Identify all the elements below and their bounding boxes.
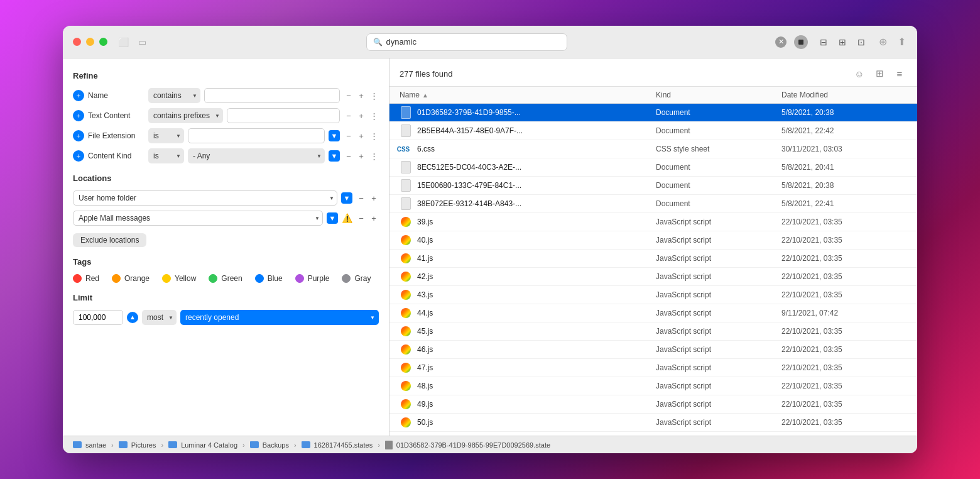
location-2-add-btn[interactable]: + [369, 213, 379, 223]
limit-most-select[interactable]: most least [142, 310, 177, 325]
breadcrumb-item[interactable]: santae [73, 441, 106, 449]
file-row[interactable]: 8EC512E5-DC04-40C3-A2E-... Document 5/8/… [389, 158, 917, 177]
stop-icon [798, 40, 803, 45]
limit-number-input[interactable] [73, 310, 123, 325]
text-content-operator-select[interactable]: contains prefixes contains [148, 108, 223, 123]
content-kind-remove-btn[interactable]: − [344, 151, 354, 161]
file-row[interactable]: 2B5EB44A-3157-48E0-9A7F-... Document 5/8… [389, 122, 917, 140]
minimize-button[interactable] [86, 38, 94, 46]
breadcrumb-item[interactable]: Pictures [119, 441, 156, 449]
text-content-remove-btn[interactable]: − [344, 111, 354, 121]
tag-gray[interactable]: Gray [342, 274, 371, 283]
tag-orange[interactable]: Orange [112, 274, 150, 283]
location-2-dropdown-btn[interactable]: ▼ [327, 212, 338, 224]
filter-icon-btn[interactable]: ☺ [852, 66, 867, 81]
content-kind-value-select[interactable]: - Any Document Image Video [188, 148, 325, 163]
location-1-dropdown-btn[interactable]: ▼ [341, 192, 352, 204]
text-content-value-input[interactable] [227, 108, 340, 123]
file-row[interactable]: 43.js JavaScript script 22/10/2021, 03:3… [389, 286, 917, 304]
name-operator-select[interactable]: contains starts with ends with is [148, 88, 200, 103]
share-button[interactable]: ⬆ [896, 36, 907, 48]
exclude-locations-button[interactable]: Exclude locations [73, 233, 146, 247]
tag-green[interactable]: Green [209, 274, 242, 283]
clear-search-button[interactable]: ✕ [775, 36, 787, 48]
stop-button[interactable] [794, 35, 808, 49]
close-button[interactable] [73, 38, 81, 46]
sidebar-toggle-icon[interactable]: ⬜ [117, 36, 129, 48]
name-value-input[interactable] [204, 88, 340, 103]
file-row[interactable]: 50.js JavaScript script 22/10/2021, 03:3… [389, 414, 917, 432]
zoom-button[interactable]: ⊕ [877, 36, 888, 48]
tag-yellow[interactable]: Yellow [162, 274, 196, 283]
file-extension-dropdown-btn[interactable]: ▼ [329, 130, 340, 141]
file-row[interactable]: 40.js JavaScript script 22/10/2021, 03:3… [389, 231, 917, 250]
file-extension-info-btn[interactable]: + [73, 130, 84, 141]
file-kind: Document [656, 181, 781, 190]
file-row[interactable]: 15E00680-133C-479E-84C1-... Document 5/8… [389, 177, 917, 195]
file-date: 22/10/2021, 03:35 [781, 217, 907, 226]
content-kind-dropdown-btn[interactable]: ▼ [329, 150, 340, 162]
content-kind-add-btn[interactable]: + [356, 151, 366, 161]
file-extension-more-btn[interactable]: ⋮ [369, 131, 379, 141]
tag-gray-label: Gray [354, 274, 371, 283]
file-row[interactable]: 41.js JavaScript script 22/10/2021, 03:3… [389, 250, 917, 268]
tag-blue[interactable]: Blue [255, 274, 283, 283]
col-date-header[interactable]: Date Modified [781, 91, 907, 99]
file-row[interactable]: 45.js JavaScript script 22/10/2021, 03:3… [389, 322, 917, 341]
file-row[interactable]: CSS 6.css CSS style sheet 30/11/2021, 03… [389, 140, 917, 158]
location-1-add-btn[interactable]: + [369, 193, 379, 203]
list-view-btn[interactable]: ≡ [892, 66, 907, 81]
file-extension-remove-btn[interactable]: − [344, 131, 354, 141]
results-panel: 277 files found ☺ ⊞ ≡ Name ▲ Kind Date M… [389, 58, 917, 436]
breadcrumb-item[interactable]: Luminar 4 Catalog [168, 441, 237, 449]
name-filter-info-btn[interactable]: + [73, 90, 84, 101]
text-content-add-btn[interactable]: + [356, 111, 366, 121]
split-view-button[interactable]: ⊞ [834, 35, 851, 49]
breadcrumb-item[interactable]: 01D36582-379B-41D9-9855-99E7D0092569.sta… [385, 441, 550, 449]
search-input[interactable] [386, 37, 560, 47]
name-add-btn[interactable]: + [356, 91, 366, 101]
column-view-button[interactable]: ⊟ [815, 35, 832, 49]
limit-stepper-btn[interactable]: ▲ [127, 312, 138, 323]
file-name: 48.js [417, 382, 656, 390]
tag-red[interactable]: Red [73, 274, 99, 283]
location-1-select[interactable]: User home folder Desktop Documents [73, 190, 337, 206]
content-kind-operator-select[interactable]: is is not [148, 148, 184, 163]
content-kind-info-btn[interactable]: + [73, 150, 84, 162]
name-remove-btn[interactable]: − [344, 91, 354, 101]
col-name-header[interactable]: Name ▲ [400, 91, 656, 99]
location-2-remove-btn[interactable]: − [356, 213, 366, 223]
file-extension-value-input[interactable] [188, 128, 325, 143]
folder-icon [302, 441, 310, 448]
file-row[interactable]: 44.js JavaScript script 9/11/2021, 07:42 [389, 304, 917, 322]
file-row[interactable]: 48.js JavaScript script 22/10/2021, 03:3… [389, 377, 917, 395]
file-row[interactable]: 49.js JavaScript script 22/10/2021, 03:3… [389, 395, 917, 414]
location-2-select[interactable]: Apple Mail messages [73, 211, 323, 226]
tab-icon[interactable]: ▭ [136, 36, 148, 48]
text-content-info-btn[interactable]: + [73, 110, 84, 121]
file-row[interactable]: 46.js JavaScript script 22/10/2021, 03:3… [389, 341, 917, 359]
tag-purple[interactable]: Purple [295, 274, 330, 283]
text-content-more-btn[interactable]: ⋮ [369, 111, 379, 121]
limit-recently-wrapper: recently opened recently modified recent… [180, 310, 379, 325]
search-bar[interactable]: 🔍 [366, 33, 567, 51]
file-row[interactable]: 42.js JavaScript script 22/10/2021, 03:3… [389, 268, 917, 286]
full-view-button[interactable]: ⊡ [853, 35, 869, 49]
file-kind: JavaScript script [656, 236, 781, 245]
maximize-button[interactable] [99, 38, 107, 46]
file-row[interactable]: 01D36582-379B-41D9-9855-... Document 5/8… [389, 104, 917, 122]
limit-recently-select[interactable]: recently opened recently modified recent… [180, 310, 379, 325]
location-1-remove-btn[interactable]: − [356, 193, 366, 203]
file-extension-operator-select[interactable]: is is not [148, 128, 184, 143]
col-kind-header[interactable]: Kind [656, 91, 781, 99]
file-row[interactable]: 38E072EE-9312-414B-A843-... Document 5/8… [389, 195, 917, 213]
content-kind-more-btn[interactable]: ⋮ [369, 151, 379, 161]
name-more-btn[interactable]: ⋮ [369, 91, 379, 101]
file-extension-add-btn[interactable]: + [356, 131, 366, 141]
file-row[interactable]: 47.js JavaScript script 22/10/2021, 03:3… [389, 359, 917, 377]
breadcrumb-item[interactable]: Backups [250, 441, 289, 449]
file-row[interactable]: 39.js JavaScript script 22/10/2021, 03:3… [389, 213, 917, 231]
breadcrumb-item[interactable]: 1628174455.states [302, 441, 373, 449]
file-kind: JavaScript script [656, 382, 781, 390]
grid-view-btn[interactable]: ⊞ [872, 66, 887, 81]
